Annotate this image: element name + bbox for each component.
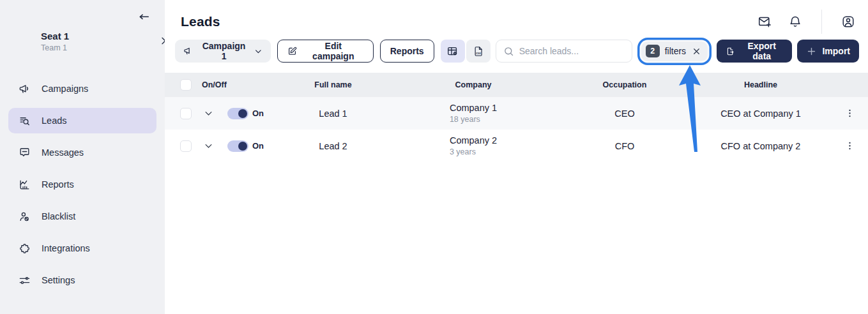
occupation-cell: CEO [561,108,689,119]
column-header-fullname: Full name [280,80,386,89]
csv-export-icon[interactable]: csv [466,40,491,63]
onoff-toggle[interactable] [227,140,248,152]
file-export-icon [726,46,735,57]
table-settings-icon[interactable] [441,40,465,63]
sidebar-item-campaigns[interactable]: Campaigns [8,76,156,101]
sidebar-nav: Campaigns Leads Messages Reports [8,76,156,293]
company-subtext: 3 years [450,147,497,157]
sidebar-item-label: Integrations [42,243,90,253]
lead-search-icon [18,114,31,127]
main-content: Leads Campaign 1 [165,0,868,314]
table-header-row: On/Off Full name Company Occupation Head… [165,73,868,97]
import-button[interactable]: Import [797,40,859,63]
search-icon [503,46,514,57]
seat-subtitle: Team 1 [41,43,149,53]
seat-switcher[interactable]: Seat 1 Team 1 [41,31,149,53]
onoff-toggle[interactable] [227,108,248,119]
sidebar-item-label: Leads [42,116,67,126]
campaign-selector-label: Campaign 1 [199,41,249,61]
sliders-icon [18,274,31,287]
divider [821,10,822,34]
edit-campaign-button[interactable]: Edit campaign [277,40,374,63]
sidebar-item-reports[interactable]: Reports [8,172,156,197]
svg-text:csv: csv [476,51,481,54]
filters-label: filters [665,46,686,56]
column-header-onoff: On/Off [201,80,280,89]
company-cell: Company 1 18 years [386,102,561,124]
toggle-state-label: On [252,141,264,151]
occupation-cell: CFO [561,141,689,151]
search-leads-box [496,40,632,63]
sidebar-item-messages[interactable]: Messages [8,140,156,165]
fullname-cell: Lead 2 [280,141,386,151]
headline-cell: CFO at Company 2 [689,141,833,151]
notifications-bell-icon[interactable] [787,13,803,30]
search-leads-input[interactable] [519,46,635,56]
select-all-checkbox[interactable] [180,79,192,91]
sidebar-item-blacklist[interactable]: Blacklist [8,204,156,229]
reports-label: Reports [390,46,424,56]
edit-campaign-label: Edit campaign [303,41,363,61]
kebab-menu-icon[interactable] [842,138,858,154]
sidebar-item-label: Campaigns [42,84,88,94]
sidebar-item-integrations[interactable]: Integrations [8,236,156,261]
import-label: Import [822,46,850,56]
plus-icon [806,46,817,57]
pencil-icon [287,46,298,56]
onoff-toggle-cell: On [220,108,280,119]
chart-icon [18,178,31,191]
company-name: Company 1 [450,102,497,114]
campaign-selector[interactable]: Campaign 1 [175,40,271,63]
toolbar: Campaign 1 Edit campaign Reports csv [165,33,868,63]
company-subtext: 18 years [450,114,497,124]
chevron-down-icon[interactable] [202,107,215,120]
toggle-state-label: On [252,108,264,118]
sidebar-item-label: Blacklist [42,211,75,221]
chat-icon [18,146,31,159]
leads-table: On/Off Full name Company Occupation Head… [165,73,868,162]
export-data-label: Export data [740,41,783,61]
page-title: Leads [181,14,220,29]
sidebar-item-label: Settings [42,275,75,285]
sidebar-item-label: Messages [42,147,84,158]
sidebar: Seat 1 Team 1 Campaigns Leads [0,0,165,314]
toggle-knob [238,142,247,151]
user-block-icon [18,210,31,223]
close-icon[interactable] [691,46,701,56]
row-checkbox[interactable] [180,108,192,119]
filters-count-badge: 2 [646,45,660,57]
filters-chip[interactable]: 2 filters [641,41,708,61]
chevron-down-icon [254,47,263,56]
collapse-sidebar-icon[interactable] [134,10,152,28]
sidebar-item-settings[interactable]: Settings [8,267,156,293]
column-header-company: Company [386,80,561,89]
sidebar-item-label: Reports [42,179,74,190]
table-row: On Lead 2 Company 2 3 years CFO CFO at C… [165,130,868,162]
onoff-toggle-cell: On [220,140,280,152]
fullname-cell: Lead 1 [280,108,386,119]
headline-cell: CEO at Company 1 [689,108,833,119]
company-cell: Company 2 3 years [386,135,561,157]
megaphone-icon [18,82,31,95]
account-avatar-icon[interactable] [840,13,857,30]
kebab-menu-icon[interactable] [842,106,858,121]
chevron-down-icon[interactable] [202,140,215,153]
megaphone-icon [183,46,194,56]
mail-plus-icon[interactable] [756,13,773,30]
toggle-knob [238,109,247,118]
column-header-headline: Headline [689,80,833,89]
column-header-occupation: Occupation [561,80,689,89]
reports-button[interactable]: Reports [380,40,434,63]
app-window: Seat 1 Team 1 Campaigns Leads [0,0,868,314]
table-row: On Lead 1 Company 1 18 years CEO CEO at … [165,97,868,130]
topbar-actions [756,10,857,34]
company-name: Company 2 [450,135,497,146]
row-checkbox[interactable] [180,140,192,152]
toolbar-right: csv 2 filters Export data [441,40,859,63]
puzzle-icon [18,242,31,255]
sidebar-item-leads[interactable]: Leads [8,108,156,133]
export-data-button[interactable]: Export data [717,40,792,63]
seat-title: Seat 1 [41,31,149,42]
topbar: Leads [165,0,868,33]
view-toggle-group: csv [441,40,491,63]
